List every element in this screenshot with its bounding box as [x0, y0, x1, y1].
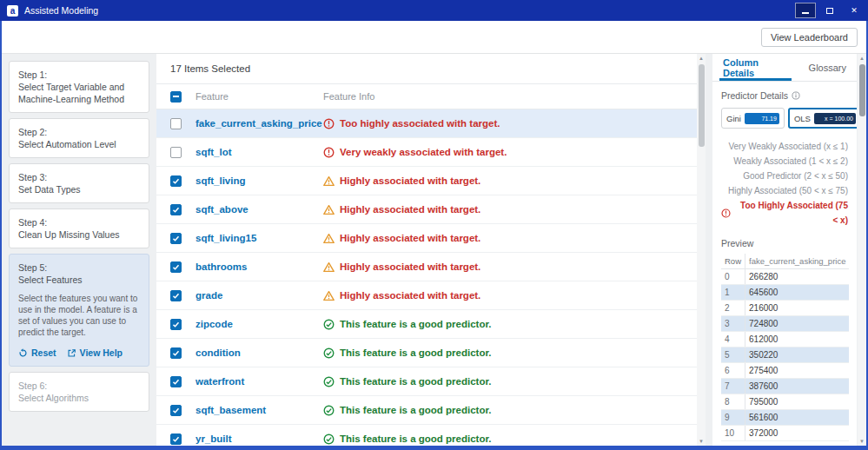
feature-row[interactable]: bathroomsHighly associated with target. — [156, 253, 706, 281]
tab-column-details[interactable]: Column Details — [712, 54, 798, 81]
legend-item: Very Weakly Associated (x ≤ 1) — [721, 139, 848, 154]
step-6-card[interactable]: Step 6: Select Algorithms — [9, 372, 149, 412]
warning-icon — [323, 261, 335, 273]
good-icon — [323, 433, 335, 445]
tab-glossary[interactable]: Glossary — [798, 54, 857, 81]
feature-name-link[interactable]: condition — [195, 347, 323, 358]
reset-link[interactable]: Reset — [18, 347, 56, 359]
feature-name-link[interactable]: sqft_above — [195, 204, 323, 215]
close-button[interactable]: ✕ — [844, 3, 865, 18]
step-name: Clean Up Missing Values — [18, 229, 120, 240]
view-leaderboard-button[interactable]: View Leaderboard — [761, 28, 858, 47]
row-checkbox[interactable] — [170, 405, 182, 416]
error-icon — [323, 118, 335, 129]
scroll-down-arrow[interactable]: ▼ — [697, 437, 706, 446]
feature-row[interactable]: sqft_living15Highly associated with targ… — [156, 224, 706, 253]
window-border-bottom — [0, 446, 868, 450]
gini-label: Gini — [726, 114, 741, 123]
select-all-checkbox[interactable] — [170, 91, 182, 103]
view-help-link[interactable]: View Help — [67, 347, 123, 359]
minimize-button[interactable] — [795, 3, 816, 18]
step-4-card[interactable]: Step 4: Clean Up Missing Values — [9, 208, 149, 248]
warning-icon — [323, 290, 335, 301]
title-bar: a Assisted Modeling ✕ — [0, 0, 868, 21]
step-name: Select Features — [18, 275, 83, 285]
preview-row: 4612000 — [721, 332, 849, 347]
preview-row: 6275400 — [721, 363, 849, 379]
scrollbar-thumb[interactable] — [859, 64, 865, 116]
preview-title: Preview — [721, 238, 848, 248]
feature-name-link[interactable]: waterfront — [195, 376, 323, 387]
selected-count: 17 Items Selected — [156, 54, 706, 83]
step-name: Select Target Variable and Machine-Learn… — [18, 82, 124, 104]
feature-row[interactable]: conditionThis feature is a good predicto… — [156, 339, 706, 367]
feature-row[interactable]: zipcodeThis feature is a good predictor. — [156, 310, 706, 339]
feature-row[interactable]: sqft_livingHighly associated with target… — [156, 167, 706, 195]
scroll-up-arrow[interactable]: ▲ — [858, 54, 866, 63]
row-checkbox[interactable] — [170, 118, 182, 129]
feature-row[interactable]: gradeHighly associated with target. — [156, 281, 706, 310]
feature-name-link[interactable]: grade — [195, 290, 323, 301]
gini-toggle[interactable]: Gini 71.19 — [721, 108, 785, 129]
details-tabs: Column Details Glossary — [712, 54, 857, 82]
step-label: Step 6: — [18, 380, 140, 392]
preview-row: 1645600 — [721, 285, 849, 301]
feature-row[interactable]: sqft_basementThis feature is a good pred… — [156, 396, 706, 425]
window-title: Assisted Modeling — [24, 5, 98, 16]
feature-row[interactable]: fake_current_asking_priceToo highly asso… — [156, 109, 706, 138]
main-table-scrollbar[interactable]: ▲ ▼ — [697, 54, 706, 446]
row-checkbox[interactable] — [170, 175, 182, 187]
feature-info: Very weakly associated with target. — [323, 147, 507, 158]
feature-name-link[interactable]: zipcode — [195, 319, 323, 329]
toolbar: View Leaderboard — [0, 21, 868, 54]
feature-name-link[interactable]: sqft_lot — [195, 147, 323, 157]
step-2-card[interactable]: Step 2: Select Automation Level — [9, 118, 149, 158]
maximize-button[interactable] — [819, 3, 840, 18]
feature-row[interactable]: sqft_lotVery weakly associated with targ… — [156, 138, 706, 167]
scroll-down-arrow[interactable]: ▼ — [858, 437, 866, 446]
step-3-card[interactable]: Step 3: Set Data Types — [9, 163, 149, 203]
row-checkbox[interactable] — [170, 347, 182, 359]
feature-row[interactable]: waterfrontThis feature is a good predict… — [156, 367, 706, 396]
ols-toggle[interactable]: OLS x = 100.00 — [788, 108, 857, 129]
ols-label: OLS — [794, 114, 811, 123]
row-checkbox[interactable] — [170, 204, 182, 215]
view-help-label: View Help — [80, 347, 123, 359]
maximize-icon — [826, 8, 833, 14]
row-checkbox[interactable] — [170, 233, 182, 244]
feature-name-link[interactable]: yr_built — [195, 433, 323, 444]
feature-name-link[interactable]: sqft_living — [195, 175, 323, 186]
step-actions: Reset View Help — [18, 347, 140, 359]
feature-info: Highly associated with target. — [323, 261, 480, 273]
row-checkbox[interactable] — [170, 376, 182, 387]
row-checkbox[interactable] — [170, 261, 182, 273]
row-checkbox[interactable] — [170, 147, 182, 158]
info-icon[interactable] — [792, 91, 800, 100]
preview-row: 3724800 — [721, 316, 849, 332]
row-checkbox[interactable] — [170, 319, 182, 330]
feature-info: Too highly associated with target. — [323, 118, 500, 129]
feature-name-link[interactable]: bathrooms — [195, 261, 323, 272]
predictor-details-title: Predictor Details — [721, 90, 848, 101]
scrollbar-thumb[interactable] — [699, 64, 705, 147]
legend-item: Too Highly Associated (75 < x) — [721, 198, 848, 228]
feature-row[interactable]: yr_builtThis feature is a good predictor… — [156, 425, 706, 446]
feature-info: Highly associated with target. — [323, 175, 480, 187]
step-name: Select Algorithms — [18, 393, 89, 403]
feature-name-link[interactable]: sqft_living15 — [195, 233, 323, 243]
row-checkbox[interactable] — [170, 433, 182, 445]
feature-name-link[interactable]: fake_current_asking_price — [195, 118, 323, 129]
preview-row: 7387600 — [721, 379, 849, 394]
good-icon — [323, 405, 335, 416]
gini-value: 71.19 — [761, 116, 777, 122]
step-1-card[interactable]: Step 1: Select Target Variable and Machi… — [9, 61, 149, 113]
feature-name-link[interactable]: sqft_basement — [195, 405, 323, 415]
app-logo-icon: a — [7, 5, 18, 17]
step-label: Step 1: — [18, 69, 140, 81]
right-panel-scrollbar[interactable]: ▲ ▼ — [858, 54, 866, 446]
step-5-card[interactable]: Step 5: Select Features Select the featu… — [9, 254, 149, 367]
row-checkbox[interactable] — [170, 290, 182, 301]
feature-row[interactable]: sqft_aboveHighly associated with target. — [156, 195, 706, 224]
good-icon — [323, 376, 335, 387]
scroll-up-arrow[interactable]: ▲ — [697, 54, 706, 63]
